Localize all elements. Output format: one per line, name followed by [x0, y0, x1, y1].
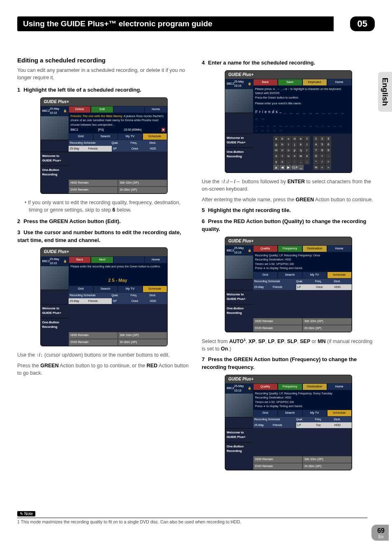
- edit-button[interactable]: Edit: [91, 106, 113, 113]
- screenshot-frequency: GUIDE Plus+ BBC225-May 10:10🔒 Quality Fr…: [225, 375, 352, 470]
- step-3: 3Use the cursor and number buttons to ed…: [17, 229, 190, 244]
- tab-schedule[interactable]: Schedule: [143, 133, 167, 140]
- updown-icon: ↑/↓: [37, 352, 43, 358]
- arrows-icon: ↑/↓/←/→: [221, 179, 241, 184]
- frequency-button[interactable]: Frequency: [278, 245, 302, 252]
- page-title: Using the GUIDE Plus+™ electronic progra…: [17, 16, 334, 31]
- step-2: 2Press the GREEN Action button (Edit).: [17, 218, 190, 226]
- save-button[interactable]: Save: [278, 79, 302, 86]
- delete-button[interactable]: Delete: [69, 106, 91, 113]
- frequency-button[interactable]: Frequency: [278, 383, 302, 390]
- home-button[interactable]: Home: [145, 106, 167, 113]
- green-continue-instruction: After entering the whole name, press the…: [202, 196, 375, 203]
- tab-search[interactable]: Search: [93, 133, 118, 140]
- language-tab: English: [378, 72, 392, 112]
- keyboard-button[interactable]: Keyboard: [302, 79, 327, 86]
- home-button[interactable]: Home: [145, 256, 167, 263]
- action-buttons-instruction: Press the GREEN Action button to go to c…: [17, 362, 190, 377]
- step-1: 1Highlight the left tile of a scheduled …: [17, 86, 190, 94]
- page-number: 69 En: [371, 525, 389, 541]
- screenshot-edit-tile: GUIDE Plus+ BBC225-May 10:10🔒 Delete Edi…: [40, 97, 168, 194]
- onscreen-keyboard-letters[interactable]: abcdefghijklmnopqrstuvwxyz.:,;▲◀▶CLR␣: [273, 136, 310, 170]
- lock-icon: 🔒: [248, 386, 251, 390]
- step-4: 4Enter a name for the scheduled recordin…: [202, 59, 375, 67]
- lock-icon: 🔒: [63, 259, 67, 263]
- screenshot-edit-date: GUIDE Plus+ BBC225-May 10:10🔒 Back Next …: [40, 247, 168, 346]
- back-button[interactable]: Back: [253, 79, 278, 86]
- home-button[interactable]: Home: [327, 79, 352, 86]
- quality-modes: Select from AUTO1, XP, SP, LP, EP, SLP, …: [202, 337, 375, 353]
- destination-button[interactable]: Destination: [302, 245, 327, 252]
- lock-icon: 🔒: [248, 249, 251, 253]
- lock-icon: 🔒: [248, 82, 251, 86]
- onscreen-keyboard-numbers[interactable]: 1234567890+-*/=%<>: [313, 136, 331, 170]
- tab-mytv[interactable]: My TV: [118, 133, 143, 140]
- home-button[interactable]: Home: [327, 383, 352, 390]
- pencil-icon: ✎: [20, 512, 23, 516]
- chapter-number: 05: [350, 16, 375, 31]
- title-input[interactable]: Friends: [256, 110, 279, 114]
- cursor-instruction: Use the ↑/↓ (cursor up/down) buttons or …: [17, 351, 190, 359]
- step-5: 5Highlight the right recording tile.: [202, 207, 375, 214]
- section-intro: You can edit any parameter in a schedule…: [17, 67, 190, 81]
- footnote: ✎Note 1 This mode maximizes the recordin…: [17, 511, 367, 524]
- quality-button[interactable]: Quality: [253, 383, 278, 390]
- keyboard-instruction: Use the ↑/↓/←/→ buttons followed by ENTE…: [202, 178, 375, 193]
- quality-button[interactable]: Quality: [253, 245, 278, 252]
- tab-grid[interactable]: Grid: [69, 133, 93, 140]
- edit-note-bullet: • If you only want to edit the recording…: [25, 199, 190, 214]
- lock-icon: 🔒: [63, 109, 67, 113]
- step-6: 6Press the RED Action button (Quality) t…: [202, 218, 375, 233]
- date-editor[interactable]: 2 5 - May: [69, 276, 167, 286]
- home-button[interactable]: Home: [327, 245, 352, 252]
- video-preview: [41, 116, 69, 140]
- back-button[interactable]: Back: [69, 256, 91, 263]
- next-button[interactable]: Next: [91, 256, 113, 263]
- screenshot-keyboard: GUIDE Plus+ BBC225-May 10:10🔒 Back Save …: [225, 70, 352, 173]
- screenshot-quality: GUIDE Plus+ BBC225-May 10:10🔒 Quality Fr…: [225, 237, 352, 332]
- destination-button[interactable]: Destination: [302, 383, 327, 390]
- section-heading: Editing a scheduled recording: [17, 56, 190, 65]
- step-7: 7Press the GREEN Action button (Frequenc…: [202, 356, 375, 371]
